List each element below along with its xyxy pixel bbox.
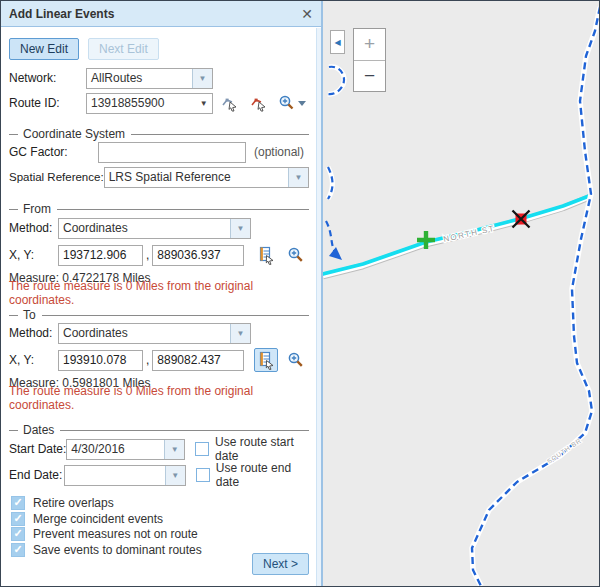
end-date-value bbox=[65, 466, 165, 485]
network-dropdown[interactable]: AllRoutes ▼ bbox=[86, 68, 213, 89]
network-value: AllRoutes bbox=[87, 69, 192, 88]
from-method-value: Coordinates bbox=[59, 219, 230, 238]
pick-from-point-on-map-icon[interactable] bbox=[254, 243, 278, 267]
river-casing bbox=[472, 7, 600, 586]
use-route-end-date-label: Use route end date bbox=[216, 461, 309, 489]
table-cursor-icon bbox=[257, 351, 276, 370]
spatial-reference-value: LRS Spatial Reference bbox=[105, 168, 288, 187]
prevent-measures-label: Prevent measures not on route bbox=[33, 527, 198, 541]
end-date-row: End Date: ▼ Use route end date bbox=[9, 464, 309, 486]
prevent-measures-checkbox[interactable]: ✓ bbox=[11, 527, 25, 541]
pick-to-point-on-map-icon[interactable] bbox=[254, 348, 278, 372]
to-method-dropdown[interactable]: Coordinates ▼ bbox=[58, 323, 251, 344]
gc-factor-input[interactable] bbox=[98, 142, 246, 163]
from-xy-row: X, Y: 193712.906 , 889036.937 bbox=[9, 244, 309, 266]
zoom-to-to-point-button[interactable] bbox=[284, 348, 308, 372]
retire-overlaps-label: Retire overlaps bbox=[33, 496, 114, 510]
network-row: Network: AllRoutes ▼ bbox=[9, 67, 309, 89]
flow-arrowhead bbox=[329, 247, 342, 260]
next-edit-button[interactable]: Next Edit bbox=[88, 38, 159, 60]
coordinate-system-legend: Coordinate System bbox=[23, 127, 125, 141]
start-date-dropdown[interactable]: 4/30/2016 ▼ bbox=[66, 439, 185, 460]
edit-buttons-row: New Edit Next Edit bbox=[9, 38, 309, 60]
start-date-label: Start Date: bbox=[9, 442, 66, 456]
xy-comma: , bbox=[146, 353, 149, 367]
from-warning-text: The route measure is 0 Miles from the or… bbox=[9, 286, 309, 299]
close-icon[interactable]: ✕ bbox=[301, 7, 313, 21]
map-canvas[interactable]: ◀ + − NORTH ST SOUTH BR bbox=[323, 1, 600, 586]
retire-overlaps-checkbox[interactable]: ✓ bbox=[11, 496, 25, 510]
use-route-end-date-checkbox[interactable] bbox=[196, 468, 210, 482]
route-id-row: Route ID: 13918855900 ▼ bbox=[9, 92, 309, 114]
route-id-combo[interactable]: 13918855900 ▼ bbox=[86, 93, 213, 114]
chevron-down-icon[interactable]: ▼ bbox=[192, 69, 212, 88]
chevron-down-icon[interactable]: ▼ bbox=[164, 440, 184, 459]
chevron-down-icon[interactable]: ▼ bbox=[288, 168, 308, 187]
option-prevent-measures: ✓ Prevent measures not on route bbox=[11, 526, 309, 541]
next-button[interactable]: Next > bbox=[252, 553, 309, 575]
end-date-label: End Date: bbox=[9, 468, 64, 482]
add-linear-events-panel: Add Linear Events ✕ New Edit Next Edit N… bbox=[1, 1, 323, 586]
river-label: SOUTH BR bbox=[546, 437, 583, 465]
zoom-to-from-point-button[interactable] bbox=[284, 243, 308, 267]
start-date-value: 4/30/2016 bbox=[67, 440, 164, 459]
select-route-endpoint-icon[interactable] bbox=[248, 91, 271, 115]
use-route-start-date-label: Use route start date bbox=[215, 435, 309, 463]
gc-factor-row: GC Factor: (optional) bbox=[9, 141, 309, 163]
select-route-on-map-icon[interactable] bbox=[219, 91, 242, 115]
route-polyline-icon bbox=[221, 94, 239, 112]
road-label: NORTH ST bbox=[442, 224, 495, 244]
panel-titlebar: Add Linear Events ✕ bbox=[1, 1, 321, 27]
merge-coincident-events-checkbox[interactable]: ✓ bbox=[11, 512, 25, 526]
chevron-down-icon[interactable]: ▼ bbox=[196, 94, 212, 113]
to-xy-label: X, Y: bbox=[9, 353, 58, 367]
new-edit-button[interactable]: New Edit bbox=[9, 38, 79, 60]
chevron-down-icon[interactable]: ▼ bbox=[230, 324, 250, 343]
coordinate-system-separator: Coordinate System bbox=[9, 127, 309, 141]
to-y-input[interactable]: 889082.437 bbox=[152, 350, 244, 371]
route-id-value: 13918855900 bbox=[87, 94, 196, 113]
from-method-label: Method: bbox=[9, 221, 58, 235]
panel-collapse-button[interactable]: ◀ bbox=[330, 30, 345, 54]
zoom-in-button[interactable]: + bbox=[354, 29, 385, 61]
option-retire-overlaps: ✓ Retire overlaps bbox=[11, 495, 309, 510]
footer-row: Next > bbox=[9, 553, 309, 575]
from-y-input[interactable]: 889036.937 bbox=[152, 245, 244, 266]
stream-arrow-segment bbox=[326, 221, 335, 252]
to-method-label: Method: bbox=[9, 326, 58, 340]
to-xy-row: X, Y: 193910.078 , 889082.437 bbox=[9, 349, 309, 371]
chevron-down-icon[interactable]: ▼ bbox=[165, 466, 185, 485]
route-id-label: Route ID: bbox=[9, 96, 86, 110]
from-method-dropdown[interactable]: Coordinates ▼ bbox=[58, 218, 251, 239]
gc-factor-label: GC Factor: bbox=[9, 145, 98, 159]
optional-hint: (optional) bbox=[254, 145, 304, 159]
network-label: Network: bbox=[9, 71, 86, 85]
collapse-arrow-icon: ◀ bbox=[334, 38, 340, 47]
to-method-value: Coordinates bbox=[59, 324, 230, 343]
zoom-out-button[interactable]: − bbox=[354, 61, 385, 92]
panel-scrollbar[interactable] bbox=[316, 28, 321, 586]
from-method-row: Method: Coordinates ▼ bbox=[9, 217, 309, 239]
dates-legend: Dates bbox=[23, 423, 54, 437]
option-merge-coincident: ✓ Merge coincident events bbox=[11, 511, 309, 526]
app-window: Add Linear Events ✕ New Edit Next Edit N… bbox=[0, 0, 600, 587]
spatial-reference-dropdown[interactable]: LRS Spatial Reference ▼ bbox=[104, 167, 309, 188]
end-date-dropdown[interactable]: ▼ bbox=[64, 465, 186, 486]
to-separator: To bbox=[9, 308, 309, 322]
from-legend: From bbox=[23, 202, 51, 216]
merge-coincident-events-label: Merge coincident events bbox=[33, 512, 163, 526]
from-x-input[interactable]: 193712.906 bbox=[58, 245, 143, 266]
to-legend: To bbox=[23, 308, 36, 322]
use-route-start-date-checkbox[interactable] bbox=[195, 442, 209, 456]
to-x-input[interactable]: 193910.078 bbox=[58, 350, 143, 371]
chevron-down-icon[interactable]: ▼ bbox=[230, 219, 250, 238]
from-separator: From bbox=[9, 202, 309, 216]
to-warning-text: The route measure is 0 Miles from the or… bbox=[9, 391, 309, 404]
to-method-row: Method: Coordinates ▼ bbox=[9, 322, 309, 344]
magnifier-plus-icon bbox=[287, 246, 305, 264]
zoom-to-route-button[interactable] bbox=[277, 91, 309, 115]
panel-title: Add Linear Events bbox=[9, 7, 114, 21]
spatial-reference-label: Spatial Reference: bbox=[9, 171, 104, 183]
magnifier-plus-icon bbox=[287, 351, 305, 369]
start-date-row: Start Date: 4/30/2016 ▼ Use route start … bbox=[9, 438, 309, 460]
